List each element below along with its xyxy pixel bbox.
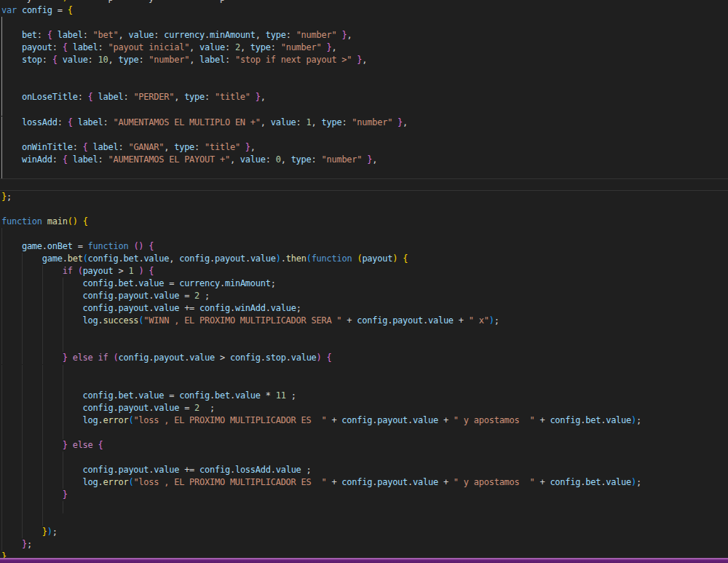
token-b3: ( bbox=[306, 253, 312, 264]
code-editor[interactable]: y ) p y pvar config = { bet: { label: "b… bbox=[0, 0, 728, 563]
token-pun: ; bbox=[636, 415, 641, 425]
code-line[interactable]: } else { bbox=[0, 439, 728, 452]
token-pun: : bbox=[286, 30, 296, 40]
code-line[interactable] bbox=[0, 203, 728, 216]
token-id: lossAdd bbox=[235, 465, 271, 475]
code-line[interactable]: } else if (config.payout.value > config.… bbox=[0, 352, 728, 364]
token-str: " y apostamos " bbox=[454, 477, 535, 487]
code-line[interactable] bbox=[0, 365, 728, 377]
token-pun: += bbox=[179, 303, 199, 313]
code-line[interactable]: payout: { label: "payout inicial", value… bbox=[0, 42, 728, 54]
code-line[interactable]: }); bbox=[0, 526, 728, 538]
token-pun: ; bbox=[271, 278, 276, 288]
token-b3: ) bbox=[276, 253, 281, 264]
code-line[interactable]: config.bet.value = currency.minAmount; bbox=[0, 277, 728, 290]
token-pun bbox=[68, 440, 73, 450]
code-line[interactable] bbox=[0, 452, 728, 464]
code-line[interactable] bbox=[0, 79, 728, 91]
token-id: config bbox=[199, 303, 230, 313]
code-line[interactable] bbox=[0, 513, 728, 526]
code-line[interactable]: onWinTitle: { label: "GANAR", type: "tit… bbox=[0, 141, 728, 154]
code-line[interactable]: config.payout.value = 2 ; bbox=[0, 290, 728, 302]
code-line[interactable]: config.payout.value = 2 ; bbox=[0, 402, 728, 414]
token-pun: . bbox=[230, 465, 235, 475]
code-line[interactable]: onLoseTitle: { label: "PERDER", type: "t… bbox=[0, 91, 728, 103]
code-line[interactable]: function main() { bbox=[0, 216, 728, 228]
code-line[interactable]: game.onBet = function () { bbox=[0, 240, 728, 253]
code-line[interactable] bbox=[0, 501, 728, 513]
token-pun: , bbox=[189, 42, 199, 52]
code-line[interactable]: bet: { label: "bet", value: currency.min… bbox=[0, 29, 728, 42]
code-line[interactable]: winAdd: { label: "AUMENTAMOS EL PAYOUT +… bbox=[0, 154, 728, 166]
code-line[interactable] bbox=[0, 377, 728, 390]
token-id: config bbox=[83, 465, 114, 475]
token-id: minAmount bbox=[210, 30, 256, 40]
code-line[interactable]: }; bbox=[0, 191, 728, 203]
code-line[interactable]: log.error("loss , EL PROXIMO MULTIPLICAD… bbox=[0, 476, 728, 489]
code-line[interactable]: lossAdd: { label: "AUMENTAMOS EL MULTIPL… bbox=[0, 117, 728, 129]
token-str: " x" bbox=[469, 315, 489, 326]
token-id: label bbox=[93, 142, 119, 152]
token-pun: , bbox=[174, 92, 184, 102]
token-id: bet bbox=[123, 253, 138, 264]
code-line[interactable]: stop: { value: 10, type: "number", label… bbox=[0, 54, 728, 66]
token-b2: { bbox=[98, 440, 103, 450]
token-ctl: else bbox=[73, 353, 93, 363]
code-line[interactable]: config.payout.value += config.winAdd.val… bbox=[0, 302, 728, 315]
code-line[interactable]: }; bbox=[0, 538, 728, 551]
status-bar-edge bbox=[0, 558, 728, 563]
current-line-highlight[interactable] bbox=[0, 178, 728, 191]
token-str: "title" bbox=[205, 142, 240, 152]
code-line[interactable] bbox=[0, 228, 728, 240]
token-pun: . bbox=[205, 30, 210, 40]
token-id: value bbox=[138, 390, 164, 401]
code-line[interactable]: log.error("loss , EL PROXIMO MULTIPLICAD… bbox=[0, 414, 728, 427]
token-pun: . bbox=[423, 315, 428, 326]
token-pun: = bbox=[164, 390, 179, 401]
indent-guide bbox=[22, 377, 23, 390]
indent-guide bbox=[1, 427, 2, 439]
token-pun: . bbox=[408, 477, 413, 487]
indent-guide bbox=[42, 513, 43, 526]
code-line[interactable]: config.bet.value = config.bet.value * 11… bbox=[0, 390, 728, 402]
token-pun: ; bbox=[301, 465, 312, 475]
token-pun: . bbox=[261, 353, 266, 363]
code-line[interactable] bbox=[0, 103, 728, 116]
code-line[interactable] bbox=[0, 427, 728, 439]
code-line[interactable]: if (payout > 1 ) { bbox=[0, 265, 728, 277]
code-line[interactable]: } bbox=[0, 489, 728, 501]
code-line[interactable]: log.success("WINN , EL PROXIMO MULTIPLIC… bbox=[0, 315, 728, 327]
token-id: config bbox=[83, 390, 114, 401]
code-line[interactable]: game.bet(config.bet.value, config.payout… bbox=[0, 253, 728, 265]
token-str: "stop if next payout >" bbox=[235, 55, 352, 65]
token-pun bbox=[78, 216, 83, 227]
indent-guide bbox=[1, 339, 2, 352]
token-id: stop bbox=[22, 55, 42, 65]
code-line[interactable] bbox=[0, 66, 728, 79]
code-line[interactable] bbox=[0, 166, 728, 178]
code-text: if (payout > 1 ) { bbox=[0, 265, 154, 277]
token-pun: ; bbox=[199, 291, 210, 301]
code-line[interactable]: var config = { bbox=[0, 4, 728, 17]
code-line[interactable]: config.payout.value += config.lossAdd.va… bbox=[0, 464, 728, 476]
active-indent-guide bbox=[1, 129, 2, 141]
token-str: "PERDER" bbox=[133, 92, 174, 102]
code-text: config.bet.value = config.bet.value * 11… bbox=[0, 390, 296, 402]
token-id: bet bbox=[585, 477, 601, 487]
code-line[interactable] bbox=[0, 129, 728, 141]
code-line[interactable] bbox=[0, 339, 728, 352]
token-fn: error bbox=[103, 477, 129, 487]
code-line[interactable] bbox=[0, 327, 728, 339]
token-pun: , bbox=[261, 117, 271, 127]
code-text: config.payout.value += config.winAdd.val… bbox=[0, 302, 301, 315]
code-text: onLoseTitle: { label: "PERDER", type: "t… bbox=[0, 91, 266, 103]
token-pun: = bbox=[179, 291, 194, 301]
token-pun bbox=[68, 42, 73, 52]
token-id: label bbox=[73, 42, 98, 52]
code-line[interactable] bbox=[0, 17, 728, 29]
token-id: game bbox=[22, 241, 42, 251]
token-str: "GANAR" bbox=[128, 142, 164, 152]
token-b2: ) bbox=[317, 353, 322, 363]
token-pun bbox=[17, 5, 22, 15]
indent-guide bbox=[1, 327, 2, 339]
